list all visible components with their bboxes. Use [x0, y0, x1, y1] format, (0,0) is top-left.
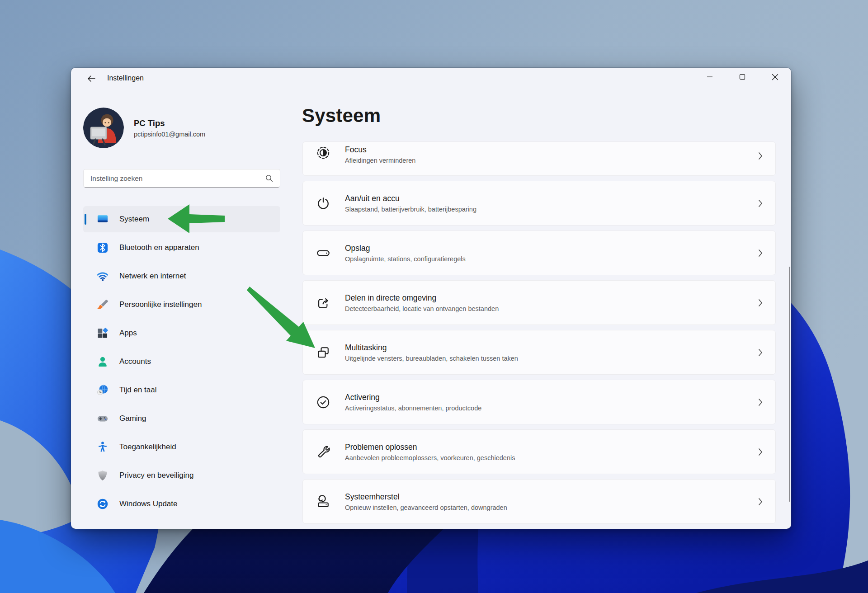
sidebar-item-windows-update[interactable]: Windows Update: [83, 491, 280, 517]
row-title: Problemen oplossen: [345, 442, 515, 452]
recovery-icon: [316, 494, 331, 509]
profile-email: pctipsinfo01@gmail.com: [134, 131, 205, 138]
back-arrow-icon: [87, 74, 96, 85]
privacy-icon: [96, 469, 109, 482]
titlebar: Instellingen: [71, 68, 791, 89]
settings-row-systeemherstel[interactable]: Systeemherstel Opnieuw instellen, geavan…: [302, 479, 776, 524]
chevron-right-icon: [758, 348, 763, 357]
back-button[interactable]: [83, 73, 100, 86]
sidebar-item-gaming[interactable]: Gaming: [83, 405, 280, 432]
row-text: Focus Afleidingen verminderen: [345, 145, 415, 164]
sidebar-item-label: Bluetooth en apparaten: [119, 243, 199, 252]
row-subtitle: Slaapstand, batterijverbruik, batterijbe…: [345, 206, 476, 213]
minimize-icon: [707, 74, 713, 82]
row-text: Delen in directe omgeving Detecteerbaarh…: [345, 293, 499, 312]
sidebar-item-label: Toegankelijkheid: [119, 442, 176, 452]
search-input[interactable]: [84, 174, 265, 183]
focus-icon: [316, 145, 331, 160]
row-text: Problemen oplossen Aanbevolen probleemop…: [345, 442, 515, 461]
sidebar: PC Tips pctipsinfo01@gmail.com Systeem: [71, 89, 293, 529]
row-text: Multitasking Uitgelijnde vensters, burea…: [345, 343, 518, 362]
sidebar-item-toegankelijkheid[interactable]: Toegankelijkheid: [83, 434, 280, 460]
chevron-right-icon: [758, 151, 763, 160]
row-subtitle: Activeringsstatus, abonnementen, product…: [345, 405, 481, 412]
gaming-icon: [96, 412, 109, 425]
sidebar-item-apps[interactable]: Apps: [83, 320, 280, 346]
row-subtitle: Afleidingen verminderen: [345, 157, 415, 164]
chevron-right-icon: [758, 199, 763, 208]
close-button[interactable]: [759, 68, 791, 88]
avatar: [83, 108, 124, 148]
row-subtitle: Aanbevolen probleemoplossers, voorkeuren…: [345, 454, 515, 461]
sidebar-item-tijd-en-taal[interactable]: Tijd en taal: [83, 377, 280, 403]
close-icon: [772, 74, 778, 82]
row-subtitle: Detecteerbaarheid, locatie van ontvangen…: [345, 305, 499, 312]
user-profile[interactable]: PC Tips pctipsinfo01@gmail.com: [83, 108, 205, 148]
sidebar-item-label: Privacy en beveiliging: [119, 471, 193, 480]
maximize-button[interactable]: [726, 68, 759, 88]
settings-row-delen-in-directe-omgeving[interactable]: Delen in directe omgeving Detecteerbaarh…: [302, 280, 776, 325]
row-title: Aan/uit en accu: [345, 194, 476, 203]
caption-buttons: [693, 68, 791, 88]
profile-name: PC Tips: [134, 118, 205, 128]
sidebar-item-label: Tijd en taal: [119, 386, 157, 395]
window-title: Instellingen: [107, 74, 144, 82]
system-icon: [96, 213, 109, 226]
bluetooth-icon: [96, 241, 109, 254]
search-box: [83, 169, 280, 188]
accounts-icon: [96, 355, 109, 368]
row-subtitle: Uitgelijnde vensters, bureaubladen, scha…: [345, 355, 518, 362]
settings-row-focus[interactable]: Focus Afleidingen verminderen: [302, 141, 776, 176]
chevron-right-icon: [758, 249, 763, 258]
accessibility-icon: [96, 441, 109, 453]
settings-row-activering[interactable]: Activering Activeringsstatus, abonnement…: [302, 380, 776, 424]
settings-row-aan-uit-en-accu[interactable]: Aan/uit en accu Slaapstand, batterijverb…: [302, 181, 776, 226]
sidebar-item-label: Systeem: [119, 215, 149, 224]
row-subtitle: Opnieuw instellen, geavanceerd opstarten…: [345, 504, 507, 511]
row-text: Systeemherstel Opnieuw instellen, geavan…: [345, 492, 507, 511]
row-text: Opslag Opslagruimte, stations, configura…: [345, 244, 466, 263]
storage-icon: [316, 245, 331, 261]
windows-update-icon: [96, 498, 109, 510]
sidebar-item-systeem[interactable]: Systeem: [83, 206, 280, 232]
settings-window: Instellingen: [71, 68, 791, 529]
personalization-icon: [96, 298, 109, 311]
sidebar-item-accounts[interactable]: Accounts: [83, 348, 280, 375]
sidebar-item-netwerk[interactable]: Netwerk en internet: [83, 263, 280, 289]
row-title: Activering: [345, 393, 481, 402]
nearby-sharing-icon: [316, 295, 331, 311]
row-title: Systeemherstel: [345, 492, 507, 502]
sidebar-item-label: Netwerk en internet: [119, 272, 186, 281]
settings-row-multitasking[interactable]: Multitasking Uitgelijnde vensters, burea…: [302, 330, 776, 375]
sidebar-item-persoonlijke-instellingen[interactable]: Persoonlijke instellingen: [83, 292, 280, 318]
activation-icon: [316, 395, 331, 410]
troubleshoot-icon: [316, 444, 331, 460]
settings-row-problemen-oplossen[interactable]: Problemen oplossen Aanbevolen probleemop…: [302, 429, 776, 474]
search-icon: [265, 174, 273, 182]
settings-row-opslag[interactable]: Opslag Opslagruimte, stations, configura…: [302, 231, 776, 275]
page-title: Systeem: [302, 105, 381, 127]
apps-icon: [96, 327, 109, 339]
sidebar-item-bluetooth[interactable]: Bluetooth en apparaten: [83, 235, 280, 261]
multitasking-icon: [316, 345, 331, 360]
network-icon: [96, 270, 109, 282]
sidebar-item-label: Accounts: [119, 357, 151, 366]
settings-list: Focus Afleidingen verminderen Aan/uit en…: [302, 141, 776, 529]
profile-text: PC Tips pctipsinfo01@gmail.com: [134, 118, 205, 138]
vertical-scrollbar[interactable]: [789, 267, 790, 502]
chevron-right-icon: [758, 447, 763, 457]
minimize-button[interactable]: [693, 68, 726, 88]
row-text: Activering Activeringsstatus, abonnement…: [345, 393, 481, 412]
row-title: Delen in directe omgeving: [345, 293, 499, 303]
row-text: Aan/uit en accu Slaapstand, batterijverb…: [345, 194, 476, 213]
sidebar-item-label: Windows Update: [119, 499, 178, 508]
chevron-right-icon: [758, 298, 763, 307]
sidebar-item-privacy[interactable]: Privacy en beveiliging: [83, 462, 280, 489]
row-title: Multitasking: [345, 343, 518, 353]
row-subtitle: Opslagruimte, stations, configuratierege…: [345, 255, 466, 263]
sidebar-item-label: Apps: [119, 329, 137, 338]
maximize-icon: [739, 74, 745, 82]
time-language-icon: [96, 384, 109, 396]
row-title: Focus: [345, 145, 415, 155]
sidebar-item-label: Persoonlijke instellingen: [119, 300, 202, 309]
